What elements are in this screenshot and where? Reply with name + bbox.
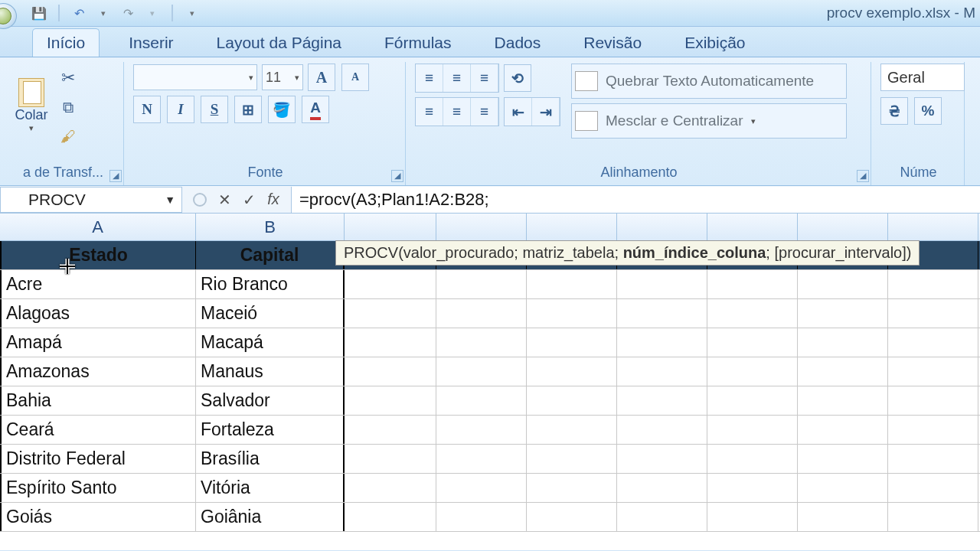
cell[interactable] — [436, 299, 527, 328]
cell[interactable] — [345, 474, 436, 502]
cancel-formula-button[interactable] — [190, 190, 210, 210]
redo-dropdown-icon[interactable]: ▾ — [144, 5, 161, 21]
tab-exibicao[interactable]: Exibição — [671, 29, 759, 57]
cell[interactable] — [798, 503, 888, 531]
clipboard-launcher-icon[interactable]: ◢ — [109, 170, 122, 182]
tab-formulas[interactable]: Fórmulas — [371, 29, 466, 57]
cell[interactable] — [617, 328, 707, 357]
align-bottom-button[interactable]: ≡ — [471, 64, 498, 92]
cell[interactable] — [888, 474, 978, 502]
italic-button[interactable]: I — [167, 96, 194, 123]
cell-capital[interactable]: Manaus — [196, 357, 345, 386]
cell[interactable] — [707, 328, 798, 357]
cell[interactable] — [345, 445, 436, 473]
cell-capital[interactable]: Goiânia — [196, 503, 345, 531]
cell[interactable] — [617, 357, 707, 386]
column-header[interactable] — [436, 214, 527, 240]
merge-center-button[interactable]: Mesclar e Centralizar ▾ — [571, 103, 847, 139]
font-color-button[interactable]: A — [302, 96, 329, 123]
cell-estado[interactable]: Bahia — [0, 386, 196, 415]
cell[interactable] — [798, 270, 888, 298]
cell[interactable] — [888, 503, 978, 531]
font-launcher-icon[interactable]: ◢ — [391, 170, 403, 182]
column-header-b[interactable]: B — [196, 214, 345, 240]
header-capital[interactable]: Capital — [196, 241, 345, 269]
save-icon[interactable]: 💾 — [31, 5, 47, 21]
align-middle-button[interactable]: ≡ — [443, 64, 471, 92]
grow-font-button[interactable]: A — [308, 64, 335, 91]
cell[interactable] — [527, 386, 617, 415]
paste-button[interactable]: Colar ▾ — [11, 64, 52, 148]
enter-button[interactable]: ✓ — [239, 190, 259, 210]
cell[interactable] — [707, 386, 798, 415]
cell[interactable] — [436, 328, 527, 357]
cell[interactable] — [617, 503, 707, 531]
cut-button[interactable]: ✂ — [55, 67, 81, 90]
font-name-combo[interactable]: ▾ — [133, 64, 257, 90]
font-size-combo[interactable]: 11▾ — [262, 64, 303, 90]
cell[interactable] — [707, 357, 798, 386]
decrease-indent-button[interactable]: ⇤ — [505, 98, 532, 126]
cell[interactable] — [345, 299, 436, 328]
cell-capital[interactable]: Macapá — [196, 328, 345, 357]
cell-estado[interactable]: Distrito Federal — [0, 445, 196, 473]
align-top-button[interactable]: ≡ — [416, 64, 443, 92]
office-button[interactable] — [0, 3, 17, 29]
tab-layout[interactable]: Layout da Página — [203, 29, 355, 57]
accounting-format-button[interactable]: ₴ — [880, 97, 908, 125]
formula-input[interactable]: =procv(A3;Plan1!A2:B28; — [292, 187, 980, 213]
number-format-combo[interactable]: Geral — [880, 64, 965, 91]
cell-estado[interactable]: Espírito Santo — [0, 474, 196, 502]
cell[interactable] — [798, 386, 888, 415]
align-left-button[interactable]: ≡ — [416, 98, 443, 126]
cell[interactable] — [707, 416, 798, 444]
cell[interactable] — [888, 445, 978, 473]
cell[interactable] — [345, 357, 436, 386]
cell[interactable] — [888, 270, 978, 298]
name-box[interactable]: PROCV ▼ — [0, 187, 182, 213]
column-header[interactable] — [888, 214, 978, 240]
cell-estado[interactable]: Acre — [0, 270, 196, 298]
cell[interactable] — [798, 328, 888, 357]
cell[interactable] — [436, 474, 527, 502]
cell[interactable] — [527, 416, 617, 444]
cell[interactable] — [707, 270, 798, 298]
cell-estado[interactable]: Amapá — [0, 328, 196, 357]
cell[interactable] — [436, 503, 527, 531]
cell[interactable] — [888, 357, 978, 386]
cell-estado[interactable]: Amazonas — [0, 357, 196, 386]
cell[interactable] — [707, 445, 798, 473]
cell[interactable] — [436, 416, 527, 444]
qat-customize-icon[interactable]: ▾ — [184, 5, 201, 21]
cell[interactable] — [707, 474, 798, 502]
cell[interactable] — [617, 445, 707, 473]
cell[interactable] — [436, 386, 527, 415]
cell[interactable] — [888, 299, 978, 328]
shrink-font-button[interactable]: A — [341, 64, 369, 91]
cell[interactable] — [436, 357, 527, 386]
cell[interactable] — [345, 416, 436, 444]
alignment-launcher-icon[interactable]: ◢ — [857, 170, 869, 182]
header-estado[interactable]: Estado — [0, 241, 196, 269]
cell[interactable] — [798, 445, 888, 473]
cell[interactable] — [345, 328, 436, 357]
cell[interactable] — [527, 270, 617, 298]
cell[interactable] — [888, 328, 978, 357]
cell-estado[interactable]: Alagoas — [0, 299, 196, 328]
percent-format-button[interactable]: % — [914, 97, 942, 125]
cell[interactable] — [527, 299, 617, 328]
cell[interactable] — [888, 416, 978, 444]
cell[interactable] — [617, 416, 707, 444]
column-header[interactable] — [798, 214, 888, 240]
cell[interactable] — [617, 299, 707, 328]
cell-estado[interactable]: Ceará — [0, 416, 196, 444]
cell-capital[interactable]: Vitória — [196, 474, 345, 502]
cell-capital[interactable]: Maceió — [196, 299, 345, 328]
cell[interactable] — [707, 299, 798, 328]
column-header-a[interactable]: A — [0, 214, 196, 240]
cell[interactable] — [798, 357, 888, 386]
undo-icon[interactable]: ↶ — [70, 5, 87, 21]
increase-indent-button[interactable]: ⇥ — [532, 98, 560, 126]
cell[interactable] — [527, 445, 617, 473]
underline-button[interactable]: S — [201, 96, 228, 123]
